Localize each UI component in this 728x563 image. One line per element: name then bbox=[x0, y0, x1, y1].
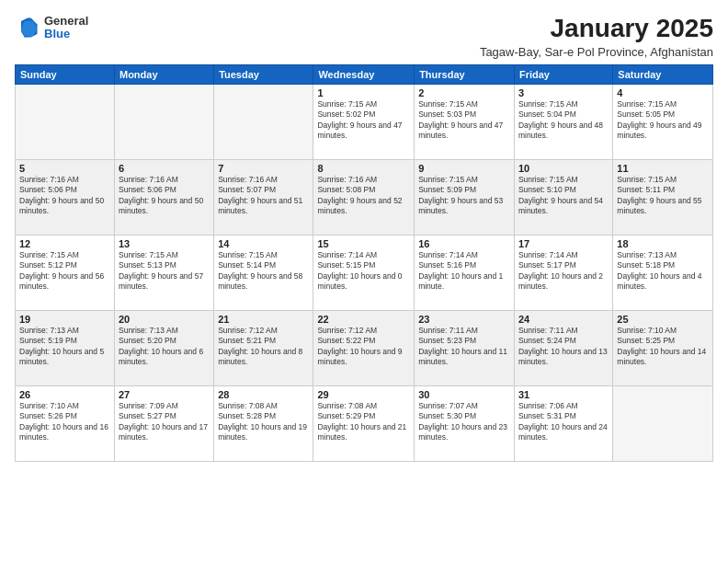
day-info: Sunrise: 7:16 AM Sunset: 5:06 PM Dayligh… bbox=[19, 175, 110, 217]
week-row-5: 26Sunrise: 7:10 AM Sunset: 5:26 PM Dayli… bbox=[16, 385, 713, 461]
day-header-sunday: Sunday bbox=[16, 64, 115, 84]
day-header-thursday: Thursday bbox=[415, 64, 515, 84]
day-info: Sunrise: 7:15 AM Sunset: 5:04 PM Dayligh… bbox=[518, 99, 609, 142]
day-info: Sunrise: 7:14 AM Sunset: 5:15 PM Dayligh… bbox=[317, 250, 410, 293]
calendar-title: January 2025 bbox=[480, 15, 713, 43]
calendar-cell: 13Sunrise: 7:15 AM Sunset: 5:13 PM Dayli… bbox=[114, 235, 213, 310]
day-info: Sunrise: 7:12 AM Sunset: 5:22 PM Dayligh… bbox=[317, 326, 410, 368]
logo-general-text: General bbox=[44, 15, 88, 28]
day-info: Sunrise: 7:10 AM Sunset: 5:26 PM Dayligh… bbox=[19, 401, 110, 443]
day-info: Sunrise: 7:14 AM Sunset: 5:17 PM Dayligh… bbox=[518, 250, 609, 293]
calendar-cell: 22Sunrise: 7:12 AM Sunset: 5:22 PM Dayli… bbox=[313, 310, 415, 385]
calendar-cell: 21Sunrise: 7:12 AM Sunset: 5:21 PM Dayli… bbox=[214, 310, 313, 385]
calendar-cell bbox=[16, 84, 115, 159]
day-number: 31 bbox=[518, 389, 609, 400]
calendar-cell: 18Sunrise: 7:13 AM Sunset: 5:18 PM Dayli… bbox=[613, 235, 713, 310]
day-number: 29 bbox=[317, 389, 410, 400]
day-header-wednesday: Wednesday bbox=[313, 64, 415, 84]
day-info: Sunrise: 7:11 AM Sunset: 5:23 PM Dayligh… bbox=[418, 326, 510, 368]
day-number: 17 bbox=[518, 238, 609, 249]
calendar-cell: 11Sunrise: 7:15 AM Sunset: 5:11 PM Dayli… bbox=[613, 159, 713, 235]
day-info: Sunrise: 7:16 AM Sunset: 5:07 PM Dayligh… bbox=[218, 175, 309, 217]
week-row-1: 1Sunrise: 7:15 AM Sunset: 5:02 PM Daylig… bbox=[16, 84, 713, 159]
calendar-cell: 12Sunrise: 7:15 AM Sunset: 5:12 PM Dayli… bbox=[16, 235, 115, 310]
day-number: 13 bbox=[119, 238, 210, 249]
calendar-cell: 10Sunrise: 7:15 AM Sunset: 5:10 PM Dayli… bbox=[514, 159, 612, 235]
calendar-cell: 7Sunrise: 7:16 AM Sunset: 5:07 PM Daylig… bbox=[214, 159, 313, 235]
day-header-monday: Monday bbox=[114, 64, 213, 84]
day-number: 16 bbox=[418, 238, 510, 249]
calendar-cell bbox=[613, 385, 713, 461]
day-info: Sunrise: 7:15 AM Sunset: 5:10 PM Dayligh… bbox=[518, 175, 609, 217]
day-info: Sunrise: 7:13 AM Sunset: 5:18 PM Dayligh… bbox=[617, 250, 709, 293]
day-number: 30 bbox=[418, 389, 510, 400]
calendar-cell: 2Sunrise: 7:15 AM Sunset: 5:03 PM Daylig… bbox=[415, 84, 515, 159]
logo: General Blue bbox=[15, 15, 88, 41]
day-info: Sunrise: 7:06 AM Sunset: 5:31 PM Dayligh… bbox=[518, 401, 609, 443]
day-info: Sunrise: 7:15 AM Sunset: 5:11 PM Dayligh… bbox=[617, 175, 709, 217]
calendar-cell bbox=[114, 84, 213, 159]
day-number: 21 bbox=[218, 314, 309, 325]
logo-blue-text: Blue bbox=[44, 28, 88, 40]
calendar-cell: 28Sunrise: 7:08 AM Sunset: 5:28 PM Dayli… bbox=[214, 385, 313, 461]
calendar-header-row: SundayMondayTuesdayWednesdayThursdayFrid… bbox=[16, 64, 713, 84]
calendar-cell: 4Sunrise: 7:15 AM Sunset: 5:05 PM Daylig… bbox=[613, 84, 713, 159]
day-info: Sunrise: 7:13 AM Sunset: 5:19 PM Dayligh… bbox=[19, 326, 110, 368]
calendar-cell: 5Sunrise: 7:16 AM Sunset: 5:06 PM Daylig… bbox=[16, 159, 115, 235]
day-info: Sunrise: 7:08 AM Sunset: 5:28 PM Dayligh… bbox=[218, 401, 309, 443]
page: General Blue January 2025 Tagaw-Bay, Sar… bbox=[0, 0, 728, 563]
day-number: 3 bbox=[518, 87, 609, 98]
calendar-cell: 3Sunrise: 7:15 AM Sunset: 5:04 PM Daylig… bbox=[514, 84, 612, 159]
day-info: Sunrise: 7:15 AM Sunset: 5:05 PM Dayligh… bbox=[617, 99, 709, 142]
calendar-cell: 29Sunrise: 7:08 AM Sunset: 5:29 PM Dayli… bbox=[313, 385, 415, 461]
calendar-cell: 6Sunrise: 7:16 AM Sunset: 5:06 PM Daylig… bbox=[114, 159, 213, 235]
day-number: 15 bbox=[317, 238, 410, 249]
logo-text: General Blue bbox=[44, 15, 88, 41]
calendar-cell: 9Sunrise: 7:15 AM Sunset: 5:09 PM Daylig… bbox=[415, 159, 515, 235]
header: General Blue January 2025 Tagaw-Bay, Sar… bbox=[15, 15, 713, 59]
day-info: Sunrise: 7:16 AM Sunset: 5:08 PM Dayligh… bbox=[317, 175, 410, 217]
calendar-cell: 30Sunrise: 7:07 AM Sunset: 5:30 PM Dayli… bbox=[415, 385, 515, 461]
day-info: Sunrise: 7:10 AM Sunset: 5:25 PM Dayligh… bbox=[617, 326, 709, 368]
calendar-cell: 8Sunrise: 7:16 AM Sunset: 5:08 PM Daylig… bbox=[313, 159, 415, 235]
calendar-table: SundayMondayTuesdayWednesdayThursdayFrid… bbox=[15, 64, 713, 462]
day-number: 25 bbox=[617, 314, 709, 325]
calendar-subtitle: Tagaw-Bay, Sar-e Pol Province, Afghanist… bbox=[480, 45, 713, 59]
day-number: 26 bbox=[19, 389, 110, 400]
day-number: 28 bbox=[218, 389, 309, 400]
day-header-tuesday: Tuesday bbox=[214, 64, 313, 84]
day-number: 22 bbox=[317, 314, 410, 325]
day-number: 1 bbox=[317, 87, 410, 98]
calendar-cell: 14Sunrise: 7:15 AM Sunset: 5:14 PM Dayli… bbox=[214, 235, 313, 310]
day-info: Sunrise: 7:08 AM Sunset: 5:29 PM Dayligh… bbox=[317, 401, 410, 443]
calendar-cell: 31Sunrise: 7:06 AM Sunset: 5:31 PM Dayli… bbox=[514, 385, 612, 461]
day-info: Sunrise: 7:16 AM Sunset: 5:06 PM Dayligh… bbox=[119, 175, 210, 217]
week-row-2: 5Sunrise: 7:16 AM Sunset: 5:06 PM Daylig… bbox=[16, 159, 713, 235]
day-number: 5 bbox=[19, 163, 110, 174]
day-number: 4 bbox=[617, 87, 709, 98]
day-number: 24 bbox=[518, 314, 609, 325]
day-number: 14 bbox=[218, 238, 309, 249]
day-info: Sunrise: 7:15 AM Sunset: 5:12 PM Dayligh… bbox=[19, 250, 110, 293]
day-info: Sunrise: 7:09 AM Sunset: 5:27 PM Dayligh… bbox=[119, 401, 210, 443]
calendar-cell: 25Sunrise: 7:10 AM Sunset: 5:25 PM Dayli… bbox=[613, 310, 713, 385]
calendar-cell: 17Sunrise: 7:14 AM Sunset: 5:17 PM Dayli… bbox=[514, 235, 612, 310]
day-info: Sunrise: 7:15 AM Sunset: 5:13 PM Dayligh… bbox=[119, 250, 210, 293]
day-info: Sunrise: 7:15 AM Sunset: 5:09 PM Dayligh… bbox=[418, 175, 510, 217]
day-info: Sunrise: 7:13 AM Sunset: 5:20 PM Dayligh… bbox=[119, 326, 210, 368]
day-number: 20 bbox=[119, 314, 210, 325]
day-info: Sunrise: 7:12 AM Sunset: 5:21 PM Dayligh… bbox=[218, 326, 309, 368]
day-number: 8 bbox=[317, 163, 410, 174]
day-info: Sunrise: 7:11 AM Sunset: 5:24 PM Dayligh… bbox=[518, 326, 609, 368]
day-header-saturday: Saturday bbox=[613, 64, 713, 84]
day-number: 2 bbox=[418, 87, 510, 98]
week-row-3: 12Sunrise: 7:15 AM Sunset: 5:12 PM Dayli… bbox=[16, 235, 713, 310]
day-number: 10 bbox=[518, 163, 609, 174]
day-number: 19 bbox=[19, 314, 110, 325]
calendar-cell: 23Sunrise: 7:11 AM Sunset: 5:23 PM Dayli… bbox=[415, 310, 515, 385]
day-info: Sunrise: 7:15 AM Sunset: 5:03 PM Dayligh… bbox=[418, 99, 510, 142]
day-info: Sunrise: 7:15 AM Sunset: 5:02 PM Dayligh… bbox=[317, 99, 410, 142]
day-number: 12 bbox=[19, 238, 110, 249]
day-number: 18 bbox=[617, 238, 709, 249]
calendar-cell: 26Sunrise: 7:10 AM Sunset: 5:26 PM Dayli… bbox=[16, 385, 115, 461]
